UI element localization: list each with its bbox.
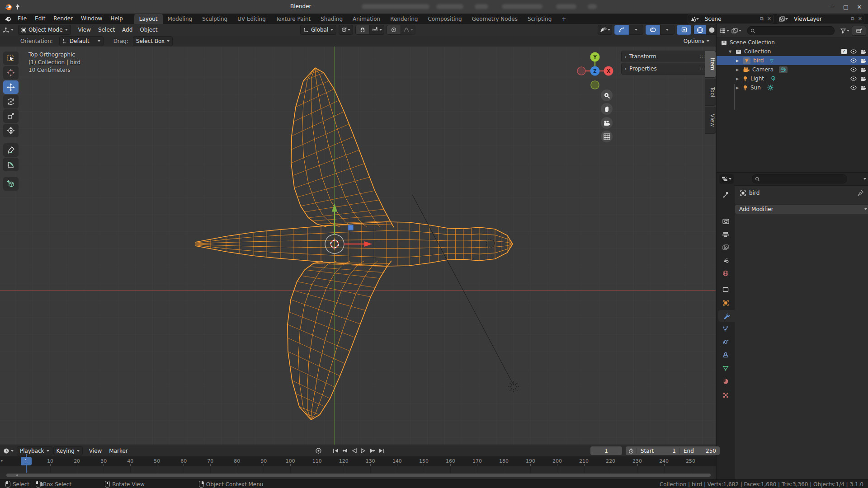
hide-eye-icon[interactable]: [850, 58, 857, 63]
prop-tab-scene[interactable]: [717, 254, 735, 266]
tab-rendering[interactable]: Rendering: [385, 14, 423, 24]
prop-tab-modifiers[interactable]: [718, 310, 735, 322]
tool-move[interactable]: [3, 80, 19, 94]
timeline-marker-menu[interactable]: Marker: [105, 448, 131, 454]
tab-layout[interactable]: Layout: [134, 14, 163, 24]
row-label[interactable]: Scene Collection: [730, 39, 775, 46]
keying-menu[interactable]: Keying: [53, 446, 83, 455]
prop-tab-world[interactable]: [717, 267, 735, 279]
menu-edit[interactable]: Edit: [31, 14, 49, 24]
prop-tab-tool[interactable]: [717, 189, 735, 201]
menu-file[interactable]: File: [14, 14, 31, 24]
shading-wireframe-button[interactable]: [694, 25, 706, 34]
hide-eye-icon[interactable]: [850, 49, 857, 54]
disclosure-triangle-icon[interactable]: ▶: [735, 86, 740, 90]
tab-modeling[interactable]: Modeling: [163, 14, 198, 24]
minimize-button[interactable]: ─: [826, 4, 839, 10]
zoom-view-button[interactable]: [601, 89, 613, 101]
prev-keyframe-button[interactable]: [342, 448, 349, 453]
tool-add-primitive[interactable]: [3, 177, 19, 191]
add-modifier-button[interactable]: Add Modifier: [735, 204, 868, 214]
prop-tab-collection[interactable]: [717, 284, 735, 296]
editor-type-button[interactable]: [0, 27, 16, 33]
snap-settings-dropdown[interactable]: [370, 25, 384, 35]
row-label[interactable]: Light: [750, 75, 764, 82]
prop-tab-data[interactable]: [717, 362, 735, 374]
maximize-button[interactable]: ▢: [839, 4, 853, 10]
remove-viewlayer-icon[interactable]: ✕: [856, 16, 864, 22]
gizmo-settings-dropdown[interactable]: [629, 25, 643, 35]
outliner-row-scene-collection[interactable]: Scene Collection: [717, 38, 868, 47]
pin-icon[interactable]: [15, 4, 20, 10]
camera-view-button[interactable]: [601, 117, 613, 129]
tab-animation[interactable]: Animation: [348, 14, 385, 24]
outliner-row-camera[interactable]: ▶ Camera: [717, 65, 868, 74]
timeline-track[interactable]: [0, 466, 716, 473]
tool-measure[interactable]: [3, 158, 19, 171]
prop-tab-particles[interactable]: [717, 323, 735, 335]
scene-icon[interactable]: [688, 14, 701, 23]
prop-tab-constraints[interactable]: [717, 349, 735, 361]
disclosure-triangle-icon[interactable]: ▶: [735, 77, 740, 81]
start-frame-field[interactable]: Start1: [637, 448, 680, 454]
sidebar-tab-tool[interactable]: Tool: [705, 79, 716, 106]
snap-toggle[interactable]: [355, 25, 370, 35]
sidebar-tab-item[interactable]: Item: [705, 51, 716, 78]
object-visibility-dropdown[interactable]: [598, 25, 612, 35]
prop-tab-viewlayer[interactable]: [717, 241, 735, 253]
row-label[interactable]: bird: [753, 57, 764, 64]
prop-tab-material[interactable]: [717, 375, 735, 387]
tab-uv-editing[interactable]: UV Editing: [232, 14, 271, 24]
tool-scale[interactable]: [3, 109, 19, 123]
current-frame-field[interactable]: 1: [590, 446, 622, 455]
end-frame-field[interactable]: End250: [680, 448, 720, 454]
navigation-gizmo[interactable]: Y X Z: [574, 50, 616, 93]
gizmo-axis-neg-x[interactable]: [577, 67, 585, 75]
next-keyframe-button[interactable]: [369, 448, 375, 453]
hide-eye-icon[interactable]: [850, 85, 857, 90]
new-viewlayer-icon[interactable]: ⧉: [849, 16, 856, 22]
timeline-scrollbar[interactable]: [6, 474, 711, 477]
tab-sculpting[interactable]: Sculpting: [197, 14, 232, 24]
npanel-properties-header[interactable]: › Properties ::::: [621, 63, 711, 75]
outliner-row-light[interactable]: ▶ Light: [717, 74, 868, 83]
blender-menu-icon[interactable]: [5, 15, 12, 23]
overlays-settings-dropdown[interactable]: [660, 25, 675, 35]
hide-eye-icon[interactable]: [850, 67, 857, 72]
disable-render-camera-icon[interactable]: [860, 67, 866, 72]
disable-render-camera-icon[interactable]: [860, 58, 866, 63]
outliner-search-input[interactable]: [747, 26, 835, 35]
add-workspace-button[interactable]: +: [557, 14, 571, 24]
auto-keying-toggle[interactable]: [315, 447, 322, 454]
sidebar-tab-view[interactable]: View: [705, 107, 716, 134]
prop-tab-object[interactable]: [717, 297, 735, 309]
tool-rotate[interactable]: [3, 95, 19, 108]
disclosure-triangle-icon[interactable]: ▼: [727, 50, 733, 54]
jump-to-end-button[interactable]: [378, 448, 385, 453]
tab-shading[interactable]: Shading: [316, 14, 348, 24]
close-button[interactable]: ✕: [853, 4, 866, 10]
npanel-transform-header[interactable]: › Transform ::::: [621, 51, 711, 62]
scene-selector[interactable]: Scene ⧉ ✕: [688, 14, 774, 23]
tool-orientation-dropdown[interactable]: Default: [59, 36, 104, 46]
outliner-display-mode-button[interactable]: [731, 28, 741, 33]
scene-name[interactable]: Scene: [701, 16, 758, 22]
row-label[interactable]: Sun: [750, 84, 761, 91]
disable-render-camera-icon[interactable]: [860, 85, 866, 90]
new-collection-button[interactable]: [852, 26, 866, 36]
menu-add[interactable]: Add: [118, 27, 136, 33]
pivot-point-dropdown[interactable]: [339, 25, 353, 35]
disable-render-camera-icon[interactable]: [860, 49, 866, 54]
outliner-row-bird[interactable]: ▶ ▼ bird ▽: [717, 56, 868, 65]
row-label[interactable]: Collection: [744, 48, 771, 55]
show-gizmo-toggle[interactable]: [614, 25, 629, 35]
viewlayer-selector[interactable]: ViewLayer ⧉ ✕: [777, 14, 864, 23]
tool-cursor[interactable]: [3, 66, 19, 80]
use-preview-range-toggle[interactable]: [626, 448, 637, 454]
playback-menu[interactable]: Playback: [17, 446, 52, 455]
gizmo-axis-neg-y[interactable]: [591, 81, 599, 89]
playhead[interactable]: [26, 454, 27, 473]
menu-select[interactable]: Select: [94, 27, 118, 33]
disclosure-triangle-icon[interactable]: ▶: [735, 68, 740, 72]
tool-select-box[interactable]: [3, 52, 19, 65]
